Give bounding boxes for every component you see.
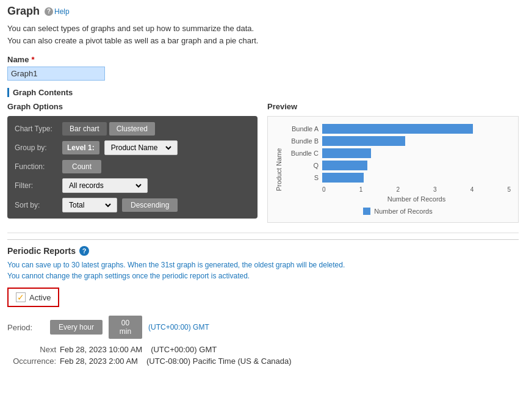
bar-row: Bundle C: [285, 148, 511, 158]
period-value-btn[interactable]: Every hour: [50, 320, 103, 335]
active-checkbox: ✓: [16, 292, 26, 302]
period-label: Period:: [7, 323, 44, 332]
filter-label: Filter:: [15, 181, 57, 190]
chart-type-buttons: Bar chart Clustered: [62, 122, 155, 136]
page-title: Graph: [7, 5, 40, 18]
next-row: Next Feb 28, 2023 10:00 AM (UTC+00:00) G…: [7, 345, 519, 354]
chart-type-label: Chart Type:: [15, 125, 57, 133]
preview-title: Preview: [267, 102, 519, 111]
bar-row: S: [285, 173, 511, 183]
info-icon: ?: [79, 246, 89, 256]
period-row: Period: Every hour 00 min (UTC+00:00) GM…: [7, 316, 519, 339]
graph-contents-header: Graph Contents: [7, 88, 519, 97]
bar-row: Bundle B: [285, 136, 511, 146]
next-label: Next: [7, 345, 56, 354]
bar-track: [322, 161, 511, 170]
bar-fill: [322, 173, 364, 183]
periodic-notice: You can save up to 30 latest graphs. Whe…: [7, 259, 519, 281]
x-axis-label: Number of Records: [322, 195, 511, 203]
bar-track: [322, 124, 511, 134]
next-value: Feb 28, 2023 10:00 AM: [60, 345, 142, 354]
bar-label: Q: [285, 162, 319, 169]
min-input[interactable]: 00 min: [109, 316, 142, 339]
legend-label: Number of Records: [374, 208, 432, 215]
bar-track: [322, 148, 511, 158]
function-label: Function:: [15, 162, 57, 171]
legend-color-box: [363, 208, 370, 215]
group-by-label: Group by:: [15, 143, 57, 152]
group-by-row: Group by: Level 1: Product Name Category…: [15, 140, 250, 155]
bar-track: [322, 173, 511, 183]
description: You can select types of graphs and set u…: [7, 23, 519, 46]
clustered-btn[interactable]: Clustered: [109, 122, 155, 136]
periodic-header: Periodic Reports ?: [7, 246, 519, 256]
chart-area: Bundle ABundle BBundle CQS 0 1 2 3 4 5 N…: [285, 124, 511, 215]
y-axis-label: Product Name: [275, 124, 283, 215]
legend: Number of Records: [285, 208, 511, 215]
filter-select-box[interactable]: All records Active records Inactive reco…: [62, 178, 148, 193]
filter-select[interactable]: All records Active records Inactive reco…: [67, 181, 143, 190]
description-line2: You can also create a pivot table as wel…: [7, 35, 519, 47]
chart-type-row: Chart Type: Bar chart Clustered: [15, 122, 250, 136]
help-icon: ?: [45, 7, 53, 16]
count-btn[interactable]: Count: [62, 160, 101, 173]
bar-fill: [322, 161, 367, 170]
bar-row: Q: [285, 161, 511, 170]
help-link[interactable]: ? Help: [45, 7, 70, 16]
preview-box: Product Name Bundle ABundle BBundle CQS …: [267, 116, 519, 223]
help-label: Help: [54, 7, 70, 16]
bar-row: Bundle A: [285, 124, 511, 134]
group-by-select-box[interactable]: Product Name Category Status: [104, 140, 178, 155]
sort-by-select-box[interactable]: Total Name Count: [62, 198, 117, 212]
bar-track: [322, 136, 511, 146]
occurrence-value: Feb 28, 2023 2:00 AM: [60, 357, 138, 366]
preview-section: Preview Product Name Bundle ABundle BBun…: [267, 102, 519, 223]
function-row: Function: Count: [15, 160, 250, 173]
occurrence-row: Occurrence: Feb 28, 2023 2:00 AM (UTC-08…: [7, 357, 519, 366]
name-label: Name *: [7, 55, 519, 64]
occurrence-label: Occurrence:: [7, 357, 56, 366]
bar-label: Bundle A: [285, 125, 319, 132]
group-by-select[interactable]: Product Name Category Status: [109, 143, 173, 153]
bar-label: Bundle C: [285, 150, 319, 157]
notice-line1: You can save up to 30 latest graphs. Whe…: [7, 259, 519, 270]
chart-container: Product Name Bundle ABundle BBundle CQS …: [275, 124, 511, 215]
sort-by-label: Sort by:: [15, 201, 57, 209]
name-input[interactable]: [7, 67, 105, 81]
level-badge: Level 1:: [62, 141, 99, 154]
period-timezone: (UTC+00:00) GMT: [148, 323, 209, 331]
next-timezone: (UTC+00:00) GMT: [151, 345, 217, 354]
notice-line2: You cannot change the graph settings onc…: [7, 270, 519, 281]
x-axis: 0 1 2 3 4 5: [322, 186, 511, 193]
periodic-title: Periodic Reports: [7, 246, 76, 256]
descending-btn[interactable]: Descending: [122, 198, 178, 212]
bar-fill: [322, 148, 371, 158]
sort-by-row: Sort by: Total Name Count Descending: [15, 198, 250, 212]
graph-options-title: Graph Options: [7, 102, 258, 111]
bar-label: Bundle B: [285, 137, 319, 145]
bar-chart-btn[interactable]: Bar chart: [62, 122, 107, 136]
active-button[interactable]: ✓ Active: [7, 288, 59, 307]
filter-row: Filter: All records Active records Inact…: [15, 178, 250, 193]
bar-fill: [322, 124, 473, 134]
bars-container: Bundle ABundle BBundle CQS: [285, 124, 511, 183]
description-line1: You can select types of graphs and set u…: [7, 23, 519, 35]
bar-fill: [322, 136, 405, 146]
bar-label: S: [285, 174, 319, 181]
occurrence-timezone: (UTC-08:00) Pacific Time (US & Canada): [146, 357, 292, 366]
required-marker: *: [31, 55, 34, 64]
sort-by-select[interactable]: Total Name Count: [67, 200, 113, 210]
active-label: Active: [29, 293, 51, 302]
options-box: Chart Type: Bar chart Clustered Group by…: [7, 116, 258, 219]
periodic-section: Periodic Reports ? You can save up to 30…: [7, 239, 519, 366]
